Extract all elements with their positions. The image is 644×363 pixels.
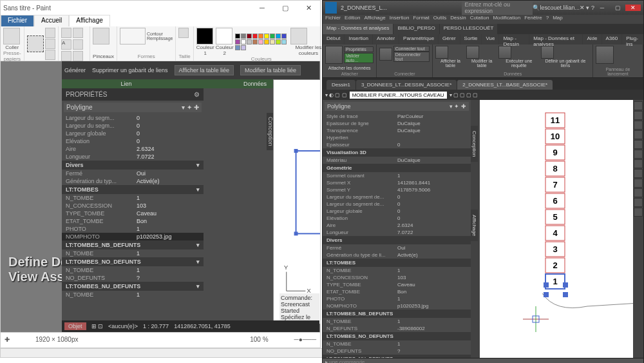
ribbon-subtab[interactable]: Map - Données et analyses xyxy=(529,34,582,44)
minimize-button[interactable]: ─ xyxy=(251,4,274,12)
tool-icon[interactable] xyxy=(634,188,643,197)
menu-item[interactable]: Fichier xyxy=(325,15,341,24)
tab-affichage[interactable]: Affichage xyxy=(69,15,110,26)
side-tab-affichage[interactable]: Affichage xyxy=(471,210,478,241)
ribbon-tab[interactable]: BIBLIO_PERSO xyxy=(393,24,439,34)
tool-icon[interactable] xyxy=(634,130,643,139)
property-row[interactable]: Longueur7.0722 xyxy=(62,153,204,161)
property-row[interactable]: N_TOMBE1 xyxy=(62,250,204,257)
crop-icon[interactable] xyxy=(45,28,55,38)
document-tab[interactable]: Dessin1 xyxy=(327,80,355,90)
ribbon-subtab[interactable]: Vue xyxy=(482,34,498,44)
property-row[interactable]: Aire2.6324 xyxy=(62,145,204,153)
ribbon-subtab[interactable]: Aide xyxy=(583,34,601,44)
connect-icon[interactable] xyxy=(379,48,392,61)
autocad-logo-icon[interactable] xyxy=(325,2,337,14)
emb-supprimer[interactable]: Supprimer un gabarit de liens xyxy=(92,67,168,74)
property-row[interactable]: FerméOui xyxy=(62,170,204,177)
run-query-icon[interactable] xyxy=(498,46,511,59)
property-row[interactable]: Largeur globale0 xyxy=(62,130,204,137)
tab-fichier[interactable]: Fichier xyxy=(1,15,34,26)
menu-item[interactable]: Edition xyxy=(345,15,360,24)
tool-icon[interactable] xyxy=(634,140,643,149)
property-row[interactable]: Sommet courant1 xyxy=(323,172,471,179)
menu-item[interactable]: Fenêtre xyxy=(524,15,542,24)
property-row[interactable]: TYPE_TOMBECaveau xyxy=(323,281,471,288)
tool-icon[interactable] xyxy=(634,121,643,130)
paint-canvas[interactable]: Define Docu View Associ Générer Supprime… xyxy=(1,61,320,332)
property-row[interactable]: N_TOMBE1 xyxy=(323,318,471,325)
define-template-icon[interactable] xyxy=(541,46,554,59)
panel-menu-icon[interactable]: ⚙ xyxy=(194,91,200,98)
property-row[interactable]: Largeur du segm...0 xyxy=(62,122,204,130)
picker-icon[interactable] xyxy=(61,51,71,61)
ribbon-subtab[interactable]: Sortie xyxy=(460,34,482,44)
edit-table-icon[interactable] xyxy=(466,46,479,59)
pencil-icon[interactable] xyxy=(61,28,71,38)
color1-swatch[interactable] xyxy=(196,28,213,44)
tab-accueil[interactable]: Accueil xyxy=(34,15,69,26)
property-row[interactable]: Largeur du segment de...0 xyxy=(323,193,471,201)
menu-item[interactable]: Modification xyxy=(493,15,520,24)
close-button[interactable]: ✕ xyxy=(625,5,641,11)
property-row[interactable]: PHOTO1 xyxy=(62,225,204,233)
ribbon-subtab[interactable]: A360 xyxy=(602,34,622,44)
property-row[interactable]: N_TOMBE1 xyxy=(323,267,471,274)
tool-icon[interactable] xyxy=(634,111,643,120)
acad-command-line[interactable]: ▸ une commande xyxy=(323,358,643,363)
maximize-button[interactable]: ▢ xyxy=(274,4,297,12)
tool-icon[interactable] xyxy=(634,208,643,217)
ribbon-subtab[interactable]: Insertion xyxy=(345,34,372,44)
eraser-icon[interactable] xyxy=(73,39,83,50)
embedded-viewport[interactable]: X Y xyxy=(273,79,320,324)
menu-item[interactable]: Map xyxy=(553,15,563,24)
shapes-gallery[interactable] xyxy=(120,28,146,44)
show-table-icon[interactable] xyxy=(435,46,448,59)
menu-item[interactable]: Outils xyxy=(433,15,446,24)
ribbon-subtab[interactable]: Annoter xyxy=(373,34,399,44)
property-row[interactable]: MatériauDuCalque xyxy=(323,157,471,164)
color-swatches[interactable] xyxy=(235,34,289,50)
property-row[interactable]: Sommet Y4178579.5006 xyxy=(323,186,471,193)
ribbon-subtab[interactable]: Map - Dessin xyxy=(499,34,529,44)
minimize-button[interactable]: ─ xyxy=(594,5,610,11)
side-tab-conception[interactable]: Conception xyxy=(471,126,478,162)
tool-icon[interactable] xyxy=(634,101,643,110)
property-row[interactable]: TYPE_TOMBECaveau xyxy=(62,210,204,217)
property-row[interactable]: NO_DEFUNTS? xyxy=(323,348,471,355)
emb-generer[interactable]: Générer xyxy=(64,67,86,74)
property-row[interactable]: N_TOMBE1 xyxy=(323,340,471,348)
property-row[interactable]: Elévation0 xyxy=(323,215,471,222)
property-row[interactable]: Elévation0 xyxy=(62,137,204,145)
property-row[interactable]: Sommet X1412861.8441 xyxy=(323,179,471,186)
property-row[interactable]: Longueur7.0722 xyxy=(323,229,471,236)
property-row[interactable]: N_TOMBE1 xyxy=(62,266,204,274)
property-row[interactable]: N_CONCESSION103 xyxy=(323,274,471,281)
ribbon-subtab[interactable]: Paramétrique xyxy=(399,34,438,44)
property-row[interactable]: ETAT_TOMBEBon xyxy=(62,217,204,225)
menu-item[interactable]: Insertion xyxy=(390,15,410,24)
property-row[interactable]: Largeur globale0 xyxy=(323,208,471,215)
property-row[interactable]: NOMPHOTOp1020253.jpg xyxy=(62,233,204,240)
property-row[interactable]: N_DEFUNTS-389086002 xyxy=(323,325,471,332)
property-row[interactable]: N_TOMBE1 xyxy=(62,291,204,299)
close-button[interactable]: ✕ xyxy=(297,4,320,12)
property-row[interactable]: Style de tracéParCouleur xyxy=(323,113,471,120)
text-icon[interactable]: A xyxy=(61,39,71,50)
ribbon-tab[interactable]: Map - Données et analyses xyxy=(323,24,393,34)
size-icon[interactable] xyxy=(178,28,189,38)
fill-icon[interactable] xyxy=(73,28,83,38)
ribbon-tab[interactable]: PERSO LLESCOUËT xyxy=(440,24,498,34)
magnifier-icon[interactable] xyxy=(73,51,83,61)
select-icon[interactable] xyxy=(27,35,44,52)
property-row[interactable]: Epaisseur de ligneDuCalque xyxy=(323,120,471,127)
ribbon-subtab[interactable]: Début xyxy=(323,34,344,44)
document-tab[interactable]: 2_DONNEES_LT...BASE_ASSOCIE* xyxy=(457,80,553,90)
zoom-slider[interactable]: ─●─── xyxy=(294,336,316,343)
resize-icon[interactable] xyxy=(45,39,55,49)
document-tab[interactable]: 3_DONNEES_LT...DESSIN_ASSOCIE* xyxy=(356,80,457,90)
tool-icon[interactable] xyxy=(634,169,643,178)
emb-modifier-table[interactable]: Modifier la table liée xyxy=(240,65,301,75)
property-row[interactable]: Epaisseur0 xyxy=(323,141,471,148)
brushes-icon[interactable] xyxy=(93,28,109,44)
